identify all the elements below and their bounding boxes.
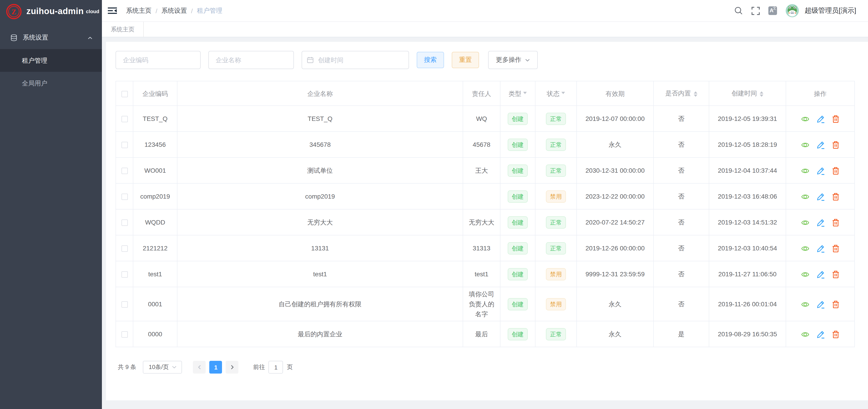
row-checkbox[interactable]	[121, 168, 128, 174]
sidebar-section-settings[interactable]: 系统设置	[0, 26, 102, 49]
company-name-input[interactable]	[208, 51, 294, 69]
edit-pencil-icon[interactable]	[816, 167, 825, 175]
edit-pencil-icon[interactable]	[816, 219, 825, 227]
next-page-button[interactable]	[226, 361, 239, 374]
cell-operations	[786, 321, 855, 347]
cell-company-code: 0001	[133, 287, 177, 321]
edit-pencil-icon[interactable]	[816, 141, 825, 149]
app-root: Z zuihou-admin cloud 系统设置	[0, 0, 868, 409]
header-select-all[interactable]	[116, 81, 133, 106]
delete-trash-icon[interactable]	[832, 193, 839, 201]
header-create-time[interactable]: 创建时间	[709, 81, 786, 106]
sidebar-item-global-users[interactable]: 全局用户	[0, 72, 102, 95]
header-company-code: 企业编码	[133, 81, 177, 106]
delete-trash-icon[interactable]	[832, 167, 839, 175]
row-checkbox[interactable]	[121, 246, 128, 252]
delete-trash-icon[interactable]	[832, 141, 839, 149]
status-tag: 禁用	[546, 268, 566, 280]
reset-button[interactable]: 重置	[452, 52, 479, 68]
status-tag: 正常	[546, 138, 566, 151]
cell-company-name: comp2019	[177, 183, 463, 209]
edit-pencil-icon[interactable]	[816, 115, 825, 124]
view-eye-icon[interactable]	[801, 116, 809, 123]
view-eye-icon[interactable]	[801, 272, 809, 278]
table-row: comp2019 comp2019 创建 禁用 2023-12-22 00:00…	[116, 183, 855, 209]
sidebar-item-tenant-management[interactable]: 租户管理	[0, 49, 102, 72]
row-checkbox[interactable]	[121, 332, 128, 338]
breadcrumb-home[interactable]: 系统主页	[126, 7, 152, 15]
cell-company-name: 测试单位	[177, 158, 463, 183]
tab-system-home[interactable]: 系统主页	[102, 22, 144, 37]
type-tag: 创建	[508, 112, 528, 125]
jump-page-input[interactable]	[269, 361, 283, 374]
logo-z-icon: Z	[6, 3, 22, 19]
filter-bar: 搜索 重置 更多操作	[116, 51, 854, 69]
sidebar-menu: 系统设置 租户管理 全局用户	[0, 26, 102, 95]
cell-company-name: 自己创建的租户拥有所有权限	[177, 287, 463, 321]
edit-pencil-icon[interactable]	[816, 271, 825, 279]
cell-builtin: 否	[653, 183, 709, 209]
row-checkbox[interactable]	[121, 302, 128, 308]
fullscreen-icon[interactable]	[751, 7, 760, 15]
delete-trash-icon[interactable]	[832, 271, 839, 279]
row-checkbox[interactable]	[121, 142, 128, 148]
status-tag: 正常	[546, 328, 566, 340]
header-type[interactable]: 类型	[500, 81, 535, 106]
page-jumper: 前往 页	[253, 361, 293, 374]
cell-company-code: 0000	[133, 321, 177, 347]
delete-trash-icon[interactable]	[832, 301, 839, 309]
view-eye-icon[interactable]	[801, 220, 809, 226]
delete-trash-icon[interactable]	[832, 115, 839, 124]
table-row: 0000 最后的内置企业 最后 创建 正常 永久 是 2019-08-29 16…	[116, 321, 855, 347]
company-code-input[interactable]	[116, 51, 200, 69]
cell-builtin: 否	[653, 209, 709, 235]
table-row: 2121212 13131 31313 创建 正常 2019-12-26 00:…	[116, 235, 855, 261]
chevron-down-icon	[172, 366, 177, 369]
tenant-table: 企业编码 企业名称 责任人 类型 状态 有效期 是否内置 创建时间 操作 TES…	[116, 81, 855, 347]
view-eye-icon[interactable]	[801, 302, 809, 308]
search-button[interactable]: 搜索	[417, 52, 444, 68]
logo[interactable]: Z zuihou-admin cloud	[0, 0, 102, 23]
avatar[interactable]	[785, 4, 799, 17]
breadcrumb-separator: /	[156, 7, 157, 14]
row-checkbox[interactable]	[121, 272, 128, 278]
breadcrumb-settings[interactable]: 系统设置	[161, 7, 187, 15]
delete-trash-icon[interactable]	[832, 219, 839, 227]
user-name[interactable]: 超级管理员[演示]	[805, 6, 856, 15]
cell-company-name: 345678	[177, 132, 463, 158]
delete-trash-icon[interactable]	[832, 331, 839, 339]
more-actions-button[interactable]: 更多操作	[488, 51, 538, 69]
translate-char: 文	[773, 7, 776, 10]
cell-validity: 永久	[577, 287, 653, 321]
table-row: TEST_Q TEST_Q WQ 创建 正常 2019-12-07 00:00:…	[116, 106, 855, 132]
chevron-down-icon	[525, 58, 530, 62]
view-eye-icon[interactable]	[801, 246, 809, 252]
edit-pencil-icon[interactable]	[816, 193, 825, 201]
cell-validity: 2019-12-26 00:00:00	[577, 235, 653, 261]
view-eye-icon[interactable]	[801, 194, 809, 200]
edit-pencil-icon[interactable]	[816, 301, 825, 309]
edit-pencil-icon[interactable]	[816, 245, 825, 253]
page-size-select[interactable]: 10条/页	[143, 361, 182, 374]
row-checkbox[interactable]	[121, 116, 128, 123]
row-checkbox[interactable]	[121, 220, 128, 226]
total-count: 共 9 条	[118, 363, 136, 371]
search-icon[interactable]	[734, 6, 743, 15]
cell-owner	[463, 183, 500, 209]
page-number-1[interactable]: 1	[210, 361, 222, 374]
view-eye-icon[interactable]	[801, 168, 809, 174]
cell-create-time: 2019-12-03 10:40:54	[709, 235, 786, 261]
header-builtin[interactable]: 是否内置	[653, 81, 709, 106]
select-all-checkbox[interactable]	[121, 91, 128, 97]
create-time-input[interactable]	[302, 51, 409, 69]
view-eye-icon[interactable]	[801, 142, 809, 148]
translate-icon[interactable]: A 文	[768, 6, 777, 15]
row-checkbox[interactable]	[121, 194, 128, 200]
view-eye-icon[interactable]	[801, 332, 809, 338]
cell-validity: 永久	[577, 132, 653, 158]
header-status[interactable]: 状态	[535, 81, 577, 106]
delete-trash-icon[interactable]	[832, 245, 839, 253]
hamburger-collapse-icon[interactable]	[102, 0, 123, 21]
prev-page-button[interactable]	[193, 361, 206, 374]
edit-pencil-icon[interactable]	[816, 331, 825, 339]
